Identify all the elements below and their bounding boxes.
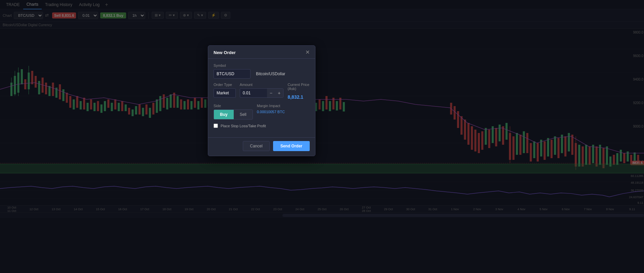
svg-rect-148 (585, 145, 587, 165)
svg-rect-50 (149, 108, 151, 118)
svg-rect-136 (547, 138, 549, 156)
symbol-select[interactable]: BTC/USD (14, 12, 43, 19)
svg-rect-27 (69, 96, 71, 108)
cancel-button[interactable]: Cancel (243, 141, 269, 151)
y-label-1: 9800.0 (633, 31, 643, 34)
svg-rect-126 (513, 136, 515, 160)
x-label-14: 25 Oct (311, 208, 333, 211)
svg-rect-39 (111, 103, 113, 111)
send-order-button[interactable]: Send Order (273, 141, 310, 151)
svg-rect-46 (135, 106, 137, 115)
svg-rect-99 (318, 99, 320, 109)
order-amount-row: Order Type Market Limit Stop Amount − + (214, 83, 310, 100)
svg-rect-28 (73, 99, 75, 109)
settings-btn[interactable]: ⚙ (221, 12, 230, 19)
svg-rect-44 (128, 108, 130, 115)
indicator-btn[interactable]: ⊞ ▾ (152, 12, 164, 19)
scrollbar-area[interactable] (0, 213, 644, 218)
timeframe-select[interactable]: 1h (128, 12, 145, 19)
svg-rect-128 (519, 135, 521, 155)
y-label-2: 9600.0 (633, 54, 643, 58)
symbol-row: Symbol Bitcoin/USDollar (214, 63, 310, 79)
svg-rect-111 (464, 120, 466, 140)
svg-rect-139 (558, 138, 560, 158)
svg-rect-131 (530, 143, 532, 162)
svg-rect-65 (201, 98, 203, 108)
symbol-input[interactable] (214, 69, 251, 79)
svg-rect-113 (471, 126, 473, 150)
x-label-10: 21 Oct (222, 208, 244, 211)
x-label-24: 5 Nov (532, 208, 555, 211)
svg-rect-122 (502, 126, 504, 145)
x-label-19: 31 Oct (422, 208, 444, 211)
side-group: Side Buy Sell (214, 104, 253, 120)
margin-value: 0.00010057 BTC (257, 108, 285, 114)
osc-y-4: 24.637047 (629, 195, 643, 199)
svg-rect-115 (478, 133, 480, 153)
nav-add-tab[interactable]: + (103, 2, 110, 8)
oscillator-area: 60.11285 48.19118 36.27032 24.637047 9.1… (0, 173, 644, 205)
buy-button[interactable]: Buy (214, 110, 234, 119)
modal-title: New Order (214, 50, 236, 55)
svg-rect-104 (336, 101, 338, 110)
alert-btn[interactable]: ⚡ (208, 12, 219, 19)
svg-rect-118 (488, 130, 490, 148)
svg-rect-60 (184, 101, 186, 109)
svg-rect-36 (101, 104, 103, 113)
stoploss-label: Place Stop Loss/Take Profit (221, 124, 266, 128)
svg-rect-138 (554, 136, 556, 155)
chart-label: Chart (3, 13, 12, 17)
price-dropdown[interactable]: 0.01 (78, 12, 98, 19)
svg-rect-48 (142, 108, 144, 116)
svg-rect-54 (163, 94, 165, 108)
svg-rect-129 (523, 131, 525, 153)
chart-subtitle: Bitcoin/USDollar Digital Currency (0, 21, 644, 29)
svg-rect-159 (623, 153, 625, 163)
x-label-28: 9.11 (621, 208, 643, 211)
svg-rect-29 (76, 96, 78, 108)
current-price-value: 8,832.1 (288, 92, 310, 100)
svg-rect-34 (93, 103, 96, 111)
svg-rect-52 (156, 99, 158, 113)
svg-rect-66 (204, 99, 206, 108)
nav-trading-history[interactable]: Trading History (42, 0, 76, 9)
modal-close-button[interactable]: ✕ (305, 50, 310, 55)
algo-btn[interactable]: ⊕ ▾ (180, 12, 192, 19)
svg-rect-42 (121, 101, 123, 111)
svg-rect-43 (125, 104, 127, 111)
order-type-label: Order Type (214, 83, 236, 87)
nav-trade[interactable]: TRADE (3, 0, 23, 9)
svg-rect-35 (97, 101, 99, 111)
top-nav: TRADE Charts Trading History Activity Lo… (0, 0, 644, 9)
svg-rect-30 (80, 101, 82, 109)
svg-rect-137 (551, 140, 553, 158)
amount-increase-btn[interactable]: + (275, 89, 283, 97)
svg-rect-18 (38, 81, 40, 94)
x-label-13: 24 Oct (289, 208, 311, 211)
draw-btn[interactable]: ✏ ▾ (166, 12, 178, 19)
svg-rect-32 (86, 103, 88, 111)
svg-rect-16 (31, 71, 33, 84)
scrollbar-thumb[interactable] (282, 214, 644, 217)
x-label-5: 16 Oct (111, 208, 134, 211)
sell-button[interactable]: Sell (234, 110, 253, 119)
order-type-select[interactable]: Market Limit Stop (214, 88, 236, 98)
swap-icon[interactable]: ⇄ (45, 13, 49, 18)
svg-rect-114 (475, 130, 477, 151)
svg-rect-102 (329, 101, 331, 111)
amount-decrease-btn[interactable]: − (267, 89, 275, 97)
modal-body: Symbol Bitcoin/USDollar Order Type Marke… (208, 59, 315, 137)
svg-rect-53 (159, 96, 161, 111)
stoploss-checkbox[interactable] (214, 124, 218, 128)
x-label-26: 7 Nov (577, 208, 599, 211)
nav-charts[interactable]: Charts (23, 0, 42, 9)
pencil-btn[interactable]: ✎ ▾ (194, 12, 206, 19)
current-price-label: Current Price (Ask) (288, 83, 310, 91)
nav-activity-log[interactable]: Activity Log (76, 0, 103, 9)
osc-y-2: 48.19118 (631, 181, 643, 184)
svg-rect-109 (457, 111, 459, 128)
svg-rect-150 (592, 145, 594, 163)
svg-rect-127 (516, 133, 518, 155)
svg-rect-149 (589, 146, 591, 165)
amount-input[interactable] (240, 89, 267, 97)
